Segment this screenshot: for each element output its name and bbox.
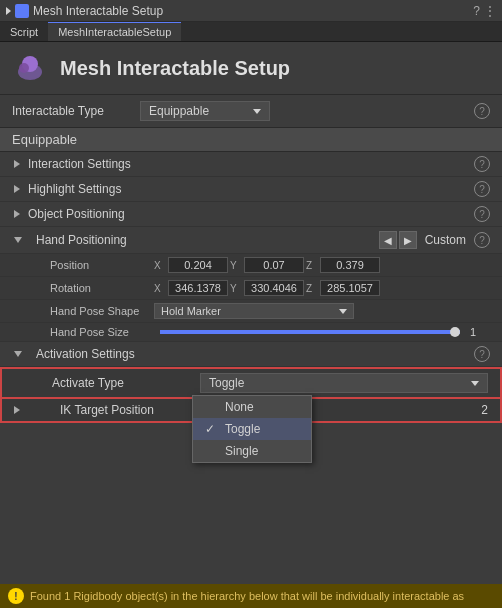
title-bar: Mesh Interactable Setup ? ⋮ — [0, 0, 502, 22]
pose-size-thumb[interactable] — [450, 327, 460, 337]
activation-settings-row[interactable]: Activation Settings ? — [0, 342, 502, 367]
activate-type-label: Activate Type — [52, 376, 192, 390]
activate-dropdown-arrow-icon — [471, 381, 479, 386]
custom-label: Custom — [425, 233, 466, 247]
expand-icon — [6, 7, 11, 15]
interaction-settings-help[interactable]: ? — [474, 156, 490, 172]
z-axis-label: Z — [306, 260, 318, 271]
interactable-type-label: Interactable Type — [12, 104, 132, 118]
rotation-z-field[interactable] — [320, 280, 380, 296]
object-positioning-row[interactable]: Object Positioning ? — [0, 202, 502, 227]
position-z-field[interactable] — [320, 257, 380, 273]
expand-highlight-icon — [14, 185, 20, 193]
pose-size-fill — [160, 330, 460, 334]
pose-size-value: 1 — [470, 326, 490, 338]
title-bar-left: Mesh Interactable Setup — [6, 4, 469, 18]
warning-bar: ! Found 1 Rigidbody object(s) in the hie… — [0, 584, 502, 608]
object-positioning-label: Object Positioning — [28, 207, 474, 221]
interaction-settings-label: Interaction Settings — [28, 157, 474, 171]
expand-object-pos-icon — [14, 210, 20, 218]
highlight-settings-label: Highlight Settings — [28, 182, 474, 196]
warning-text: Found 1 Rigidbody object(s) in the hiera… — [30, 590, 464, 602]
interaction-settings-row[interactable]: Interaction Settings ? — [0, 152, 502, 177]
x-axis-label: X — [154, 260, 166, 271]
ry-axis-label: Y — [230, 283, 242, 294]
interactable-type-row: Interactable Type Equippable ? — [0, 95, 502, 128]
position-x-field[interactable] — [168, 257, 228, 273]
pose-size-slider[interactable] — [160, 330, 460, 334]
hand-pose-shape-dropdown[interactable]: Hold Marker — [154, 303, 354, 319]
y-axis-label: Y — [230, 260, 242, 271]
window-icon — [15, 4, 29, 18]
rotation-row: Rotation X Y Z — [0, 277, 502, 300]
rotation-x-field[interactable] — [168, 280, 228, 296]
activation-settings-label: Activation Settings — [28, 347, 474, 361]
header-section: Mesh Interactable Setup — [0, 42, 502, 95]
ik-target-value: 2 — [481, 403, 488, 417]
warning-icon: ! — [8, 588, 24, 604]
object-positioning-help[interactable]: ? — [474, 206, 490, 222]
rotation-xyz: X Y Z — [154, 280, 490, 296]
expand-activation-icon — [14, 351, 22, 357]
hand-pose-size-label: Hand Pose Size — [50, 326, 150, 338]
position-y-field[interactable] — [244, 257, 304, 273]
expand-interaction-icon — [14, 160, 20, 168]
pose-dropdown-arrow-icon — [339, 309, 347, 314]
menu-item-toggle[interactable]: ✓ Toggle — [193, 418, 311, 440]
svg-point-2 — [19, 63, 29, 73]
position-row: Position X Y Z — [0, 254, 502, 277]
window-title: Mesh Interactable Setup — [33, 4, 163, 18]
hand-positioning-label: Hand Positioning — [28, 233, 371, 247]
interactable-type-dropdown[interactable]: Equippable — [140, 101, 270, 121]
check-toggle: ✓ — [205, 422, 217, 436]
tab-bar: Script MeshInteractableSetup — [0, 22, 502, 42]
rz-axis-label: Z — [306, 283, 318, 294]
activation-settings-help[interactable]: ? — [474, 346, 490, 362]
activate-type-menu: None ✓ Toggle Single — [192, 395, 312, 463]
more-btn[interactable]: ⋮ — [484, 4, 496, 18]
expand-ik-icon — [14, 406, 20, 414]
tab-script[interactable]: Script — [0, 22, 48, 41]
nav-buttons: ◀ ▶ — [379, 231, 417, 249]
help-btn[interactable]: ? — [473, 4, 480, 18]
hand-pose-shape-label: Hand Pose Shape — [50, 305, 150, 317]
activate-type-row: Activate Type Toggle None ✓ Toggle Singl… — [0, 367, 502, 399]
highlight-settings-row[interactable]: Highlight Settings ? — [0, 177, 502, 202]
rx-axis-label: X — [154, 283, 166, 294]
hand-positioning-row: Hand Positioning ◀ ▶ Custom ? — [0, 227, 502, 254]
nav-left-button[interactable]: ◀ — [379, 231, 397, 249]
highlight-settings-help[interactable]: ? — [474, 181, 490, 197]
rotation-label: Rotation — [50, 282, 150, 294]
hand-pose-shape-row: Hand Pose Shape Hold Marker — [0, 300, 502, 323]
position-label: Position — [50, 259, 150, 271]
ik-target-label: IK Target Position — [52, 403, 192, 417]
expand-hand-pos-icon — [14, 237, 22, 243]
header-title: Mesh Interactable Setup — [60, 57, 290, 80]
nav-right-button[interactable]: ▶ — [399, 231, 417, 249]
equippable-section-header: Equippable — [0, 128, 502, 152]
tab-meshinteractablesetup[interactable]: MeshInteractableSetup — [48, 22, 181, 41]
rotation-y-field[interactable] — [244, 280, 304, 296]
dropdown-arrow-icon — [253, 109, 261, 114]
hand-pose-size-row: Hand Pose Size 1 — [0, 323, 502, 342]
menu-item-none[interactable]: None — [193, 396, 311, 418]
hand-positioning-help[interactable]: ? — [474, 232, 490, 248]
menu-item-single[interactable]: Single — [193, 440, 311, 462]
position-xyz: X Y Z — [154, 257, 490, 273]
logo-icon — [12, 50, 48, 86]
activate-type-dropdown[interactable]: Toggle — [200, 373, 488, 393]
interactable-type-help[interactable]: ? — [474, 103, 490, 119]
title-bar-right: ? ⋮ — [473, 4, 496, 18]
